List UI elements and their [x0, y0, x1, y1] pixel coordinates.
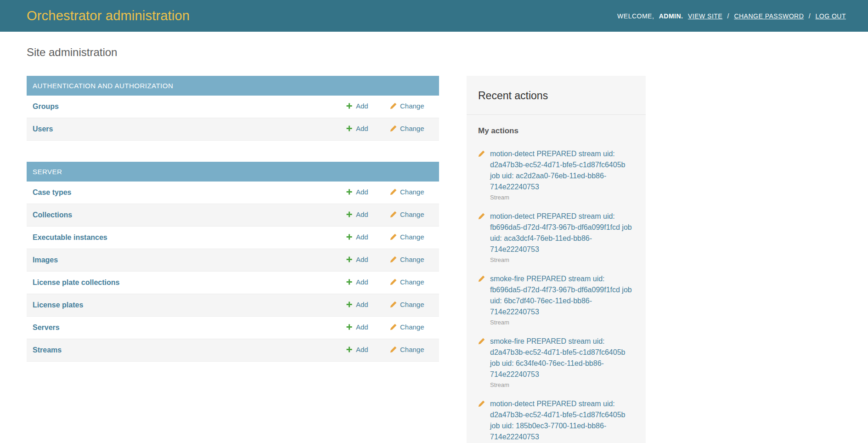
change-link[interactable]: Change	[390, 188, 424, 196]
pencil-icon	[390, 102, 397, 109]
module-rows: Case types Add Change Collections Add	[27, 182, 439, 362]
change-link[interactable]: Change	[390, 102, 424, 110]
change-link[interactable]: Change	[390, 210, 424, 218]
add-link[interactable]: Add	[346, 256, 368, 263]
add-cell: Add	[340, 249, 384, 272]
model-name-cell: License plate collections	[27, 272, 340, 294]
model-link[interactable]: Servers	[33, 324, 60, 331]
change-link[interactable]: Change	[390, 301, 424, 308]
add-label: Add	[356, 210, 368, 218]
model-name-cell: Groups	[27, 96, 340, 118]
add-label: Add	[356, 188, 368, 196]
module-title: AUTHENTICATION AND AUTHORIZATION	[33, 82, 173, 90]
change-cell: Change	[384, 182, 439, 204]
add-link[interactable]: Add	[346, 210, 368, 218]
add-link[interactable]: Add	[346, 125, 368, 132]
page-title: Site administration	[27, 46, 846, 59]
recent-action-item: motion-detect PREPARED stream uid: d2a47…	[478, 148, 634, 201]
change-link[interactable]: Change	[390, 278, 424, 286]
module-list: AUTHENTICATION AND AUTHORIZATION Groups …	[27, 76, 439, 383]
add-link[interactable]: Add	[346, 278, 368, 286]
add-link[interactable]: Add	[346, 346, 368, 353]
model-table: Groups Add Change Users Add	[27, 96, 439, 141]
change-cell: Change	[384, 96, 439, 118]
action-link[interactable]: smoke-fire PREPARED stream uid: fb696da5…	[490, 273, 634, 318]
change-cell: Change	[384, 249, 439, 272]
action-link[interactable]: motion-detect PREPARED stream uid: fb696…	[490, 211, 634, 255]
change-link[interactable]: Change	[390, 233, 424, 241]
add-icon	[346, 102, 353, 109]
model-name-cell: Images	[27, 249, 340, 272]
module-rows: Groups Add Change Users Add	[27, 96, 439, 141]
model-link[interactable]: Images	[33, 256, 58, 264]
add-link[interactable]: Add	[346, 188, 368, 196]
action-link[interactable]: motion-detect PREPARED stream uid: d2a47…	[490, 398, 634, 443]
change-link[interactable]: Change	[390, 323, 424, 331]
view-site-link[interactable]: VIEW SITE	[688, 12, 722, 20]
change-label: Change	[400, 256, 424, 263]
module-header[interactable]: AUTHENTICATION AND AUTHORIZATION	[27, 76, 439, 96]
recent-action-item: motion-detect PREPARED stream uid: fb696…	[478, 211, 634, 263]
username: ADMIN.	[659, 12, 683, 20]
action-link[interactable]: smoke-fire PREPARED stream uid: d2a47b3b…	[490, 336, 634, 380]
model-link[interactable]: Case types	[33, 188, 72, 196]
add-icon	[346, 188, 353, 195]
change-cell: Change	[384, 317, 439, 339]
model-name-cell: Streams	[27, 339, 340, 362]
model-row: Servers Add Change	[27, 317, 439, 339]
model-link[interactable]: Streams	[33, 346, 62, 354]
add-link[interactable]: Add	[346, 102, 368, 110]
change-label: Change	[400, 323, 424, 331]
add-link[interactable]: Add	[346, 233, 368, 241]
model-row: Case types Add Change	[27, 182, 439, 204]
add-icon	[346, 324, 353, 330]
action-list: motion-detect PREPARED stream uid: d2a47…	[478, 148, 634, 443]
add-label: Add	[356, 278, 368, 286]
user-tools: WELCOME, ADMIN. VIEW SITE / CHANGE PASSW…	[617, 12, 846, 20]
logout-link[interactable]: LOG OUT	[815, 12, 846, 20]
add-icon	[346, 256, 353, 263]
add-icon	[346, 346, 353, 353]
model-link[interactable]: Groups	[33, 102, 59, 110]
model-row: Collections Add Change	[27, 204, 439, 227]
model-row: License plate collections Add Change	[27, 272, 439, 294]
pencil-icon	[390, 233, 397, 240]
add-label: Add	[356, 346, 368, 353]
model-row: Images Add Change	[27, 249, 439, 272]
module-header[interactable]: SERVER	[27, 162, 439, 182]
action-link[interactable]: motion-detect PREPARED stream uid: d2a47…	[490, 148, 634, 193]
model-row: Executable instances Add Change	[27, 227, 439, 249]
model-link[interactable]: License plates	[33, 301, 83, 309]
model-link[interactable]: Executable instances	[33, 233, 107, 241]
add-cell: Add	[340, 317, 384, 339]
pencil-icon	[478, 213, 485, 220]
model-name-cell: Case types	[27, 182, 340, 204]
action-object-type: Stream	[490, 381, 634, 388]
change-label: Change	[400, 210, 424, 218]
pencil-icon	[390, 301, 397, 308]
add-link[interactable]: Add	[346, 323, 368, 331]
change-link[interactable]: Change	[390, 125, 424, 132]
action-object-type: Stream	[490, 194, 634, 201]
model-link[interactable]: Collections	[33, 211, 72, 219]
add-link[interactable]: Add	[346, 301, 368, 308]
pencil-icon	[478, 150, 485, 157]
change-link[interactable]: Change	[390, 256, 424, 263]
change-password-link[interactable]: CHANGE PASSWORD	[734, 12, 804, 20]
add-label: Add	[356, 102, 368, 110]
change-label: Change	[400, 233, 424, 241]
model-link[interactable]: License plate collections	[33, 278, 119, 286]
pencil-icon	[390, 256, 397, 263]
site-title-link[interactable]: Orchestrator administration	[27, 8, 190, 23]
model-link[interactable]: Users	[33, 125, 53, 133]
site-branding[interactable]: Orchestrator administration	[27, 8, 190, 23]
model-table: Case types Add Change Collections Add	[27, 182, 439, 362]
separator: /	[727, 12, 729, 20]
my-actions-heading: My actions	[478, 126, 634, 136]
add-label: Add	[356, 256, 368, 263]
pencil-icon	[390, 324, 397, 330]
add-icon	[346, 233, 353, 240]
change-link[interactable]: Change	[390, 346, 424, 353]
pencil-icon	[390, 188, 397, 195]
model-row: Users Add Change	[27, 118, 439, 141]
